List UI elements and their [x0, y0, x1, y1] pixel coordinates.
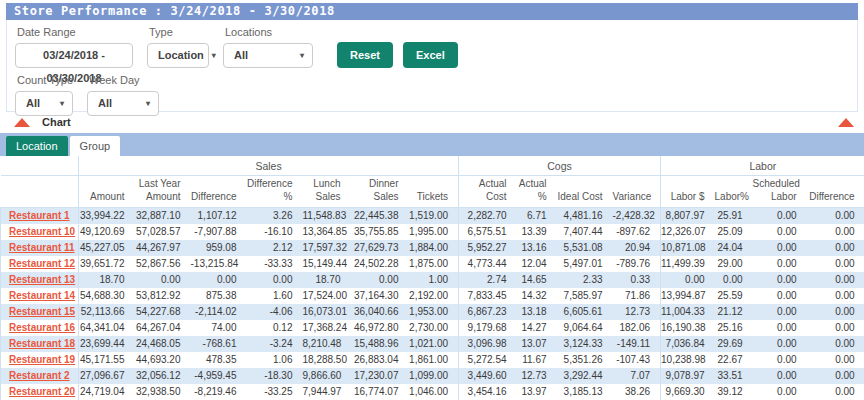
restaurant-link[interactable]: Restaurant 15 [9, 306, 75, 317]
date-range-input[interactable]: 03/24/2018 - 03/30/2018 [15, 43, 133, 68]
value-cell: 12.73 [613, 304, 661, 320]
value-cell: 1,107.12 [191, 208, 247, 224]
performance-table: SalesCogsLabor AmountLast Year AmountDif… [0, 156, 864, 400]
chart-section-label: Chart [42, 116, 71, 128]
value-cell: 875.38 [191, 288, 247, 304]
type-select[interactable]: Location ▾ [147, 43, 209, 68]
value-cell: 1,519.00 [409, 208, 459, 224]
column-header: Labor $ [661, 176, 715, 208]
value-cell: 0.00 [191, 272, 247, 288]
value-cell: 29.69 [715, 336, 753, 352]
group-header-sales: Sales [79, 156, 459, 176]
value-cell: 9,866.60 [303, 368, 351, 384]
value-cell: 0.00 [753, 208, 807, 224]
value-cell: 26,883.04 [351, 352, 409, 368]
value-cell: 13.07 [517, 336, 557, 352]
filter-panel: Date Range 03/24/2018 - 03/30/2018 Type … [6, 20, 858, 112]
collapse-triangle-icon[interactable] [14, 118, 30, 127]
value-cell: 24,468.05 [135, 336, 191, 352]
chevron-down-icon: ▾ [146, 92, 150, 115]
value-cell: 52,867.56 [135, 256, 191, 272]
column-header: Actual Cost [459, 176, 517, 208]
value-cell: 37,164.30 [351, 288, 409, 304]
value-cell: 0.33 [613, 272, 661, 288]
restaurant-link[interactable]: Restaurant 10 [9, 226, 75, 237]
value-cell: 0.00 [753, 288, 807, 304]
value-cell: 21.12 [715, 304, 753, 320]
value-cell: -768.61 [191, 336, 247, 352]
value-cell: 0.00 [753, 352, 807, 368]
column-header: Lunch Sales [303, 176, 351, 208]
restaurant-link[interactable]: Restaurant 18 [9, 338, 75, 349]
restaurant-name-cell: Restaurant 16 [1, 320, 79, 336]
value-cell: 13.18 [517, 304, 557, 320]
restaurant-link[interactable]: Restaurant 16 [9, 322, 75, 333]
locations-select[interactable]: All ▾ [223, 43, 313, 68]
value-cell: 39,651.72 [79, 256, 135, 272]
restaurant-link[interactable]: Restaurant 19 [9, 354, 75, 365]
tab-location[interactable]: Location [6, 136, 68, 156]
value-cell: 0.00 [135, 272, 191, 288]
value-cell: 32,056.12 [135, 368, 191, 384]
column-header: Dinner Sales [351, 176, 409, 208]
value-cell: 29.00 [715, 256, 753, 272]
value-cell: 2,192.00 [409, 288, 459, 304]
restaurant-link[interactable]: Restaurant 11 [9, 242, 75, 253]
week-day-select[interactable]: All ▾ [87, 91, 159, 116]
collapse-triangle-icon[interactable] [838, 118, 854, 127]
value-cell: 27,096.67 [79, 368, 135, 384]
table-row: Restaurant 1239,651.7252,867.56-13,215.8… [1, 256, 864, 272]
value-cell: -16.10 [247, 224, 303, 240]
value-cell: 57,028.57 [135, 224, 191, 240]
value-cell: 0.00 [715, 272, 753, 288]
restaurant-link[interactable]: Restaurant 1 [9, 210, 70, 221]
value-cell: 1,021.00 [409, 336, 459, 352]
value-cell: -3.24 [247, 336, 303, 352]
value-cell: 6,575.51 [459, 224, 517, 240]
restaurant-link[interactable]: Restaurant 20 [9, 386, 75, 397]
value-cell: 13,364.85 [303, 224, 351, 240]
value-cell: 4,773.44 [459, 256, 517, 272]
column-header: Difference % [247, 176, 303, 208]
value-cell: 0.00 [247, 272, 303, 288]
value-cell: 36,040.66 [351, 304, 409, 320]
table-row: Restaurant 1318.700.000.000.0018.700.001… [1, 272, 864, 288]
value-cell: 27,629.73 [351, 240, 409, 256]
value-cell: 0.00 [753, 240, 807, 256]
group-header-labor: Labor [661, 156, 864, 176]
value-cell: 0.00 [807, 352, 864, 368]
value-cell: 1,861.00 [409, 352, 459, 368]
value-cell: 0.00 [351, 272, 409, 288]
value-cell: 22.67 [715, 352, 753, 368]
value-cell: 52,113.66 [79, 304, 135, 320]
restaurant-link[interactable]: Restaurant 14 [9, 290, 75, 301]
value-cell: 7,585.97 [557, 288, 613, 304]
value-cell: 49,120.69 [79, 224, 135, 240]
value-cell: 5,272.54 [459, 352, 517, 368]
value-cell: 0.00 [807, 368, 864, 384]
value-cell: 44,267.97 [135, 240, 191, 256]
table-row: Restaurant 1049,120.6957,028.57-7,907.88… [1, 224, 864, 240]
value-cell: 4,481.16 [557, 208, 613, 224]
value-cell: 0.12 [247, 320, 303, 336]
count-type-select[interactable]: All ▾ [15, 91, 73, 116]
value-cell: 3,124.33 [557, 336, 613, 352]
tab-group[interactable]: Group [70, 136, 121, 156]
value-cell: 17,597.32 [303, 240, 351, 256]
value-cell: 5,952.27 [459, 240, 517, 256]
value-cell: 45,171.55 [79, 352, 135, 368]
value-cell: 14.32 [517, 288, 557, 304]
restaurant-link[interactable]: Restaurant 2 [9, 370, 70, 381]
reset-button[interactable]: Reset [337, 42, 393, 68]
value-cell: 5,351.26 [557, 352, 613, 368]
column-header: Scheduled Labor [753, 176, 807, 208]
value-cell: 64,267.04 [135, 320, 191, 336]
restaurant-name-cell: Restaurant 19 [1, 352, 79, 368]
chevron-down-icon: ▾ [300, 44, 304, 67]
restaurant-link[interactable]: Restaurant 13 [9, 274, 75, 285]
restaurant-link[interactable]: Restaurant 12 [9, 258, 75, 269]
value-cell: 0.00 [661, 272, 715, 288]
value-cell: 1,046.00 [409, 384, 459, 400]
name-column-header [1, 156, 79, 176]
excel-button[interactable]: Excel [403, 42, 458, 68]
